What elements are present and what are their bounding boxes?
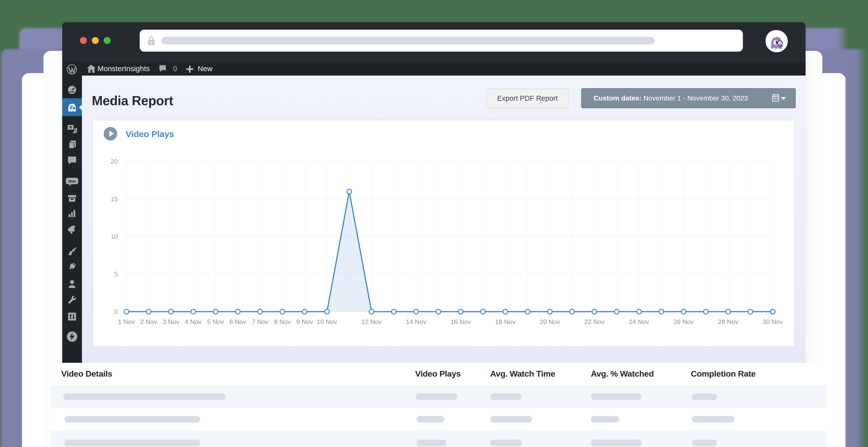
svg-text:4 Nov: 4 Nov: [185, 318, 202, 326]
svg-text:8 Nov: 8 Nov: [274, 318, 291, 326]
svg-text:28 Nov: 28 Nov: [718, 318, 738, 326]
svg-text:3 Nov: 3 Nov: [163, 318, 179, 326]
svg-text:22 Nov: 22 Nov: [584, 318, 604, 326]
svg-text:26 Nov: 26 Nov: [674, 318, 694, 326]
svg-text:20: 20: [111, 158, 118, 165]
svg-text:10: 10: [111, 233, 118, 240]
svg-text:20 Nov: 20 Nov: [540, 318, 560, 326]
svg-text:14 Nov: 14 Nov: [406, 318, 426, 326]
svg-text:12 Nov: 12 Nov: [361, 318, 381, 326]
svg-text:2 Nov: 2 Nov: [140, 318, 157, 326]
svg-text:30 Nov: 30 Nov: [763, 318, 783, 326]
svg-text:6 Nov: 6 Nov: [229, 318, 246, 326]
svg-text:1 Nov: 1 Nov: [118, 318, 135, 326]
svg-text:Woo: Woo: [68, 179, 76, 183]
svg-text:0: 0: [114, 308, 118, 316]
svg-text:7 Nov: 7 Nov: [252, 318, 269, 326]
svg-text:16 Nov: 16 Nov: [451, 318, 471, 326]
svg-text:5: 5: [114, 270, 118, 278]
svg-text:5 Nov: 5 Nov: [207, 318, 224, 326]
svg-text:9 Nov: 9 Nov: [297, 318, 313, 326]
svg-text:10 Nov: 10 Nov: [317, 318, 337, 326]
svg-text:24 Nov: 24 Nov: [629, 318, 649, 326]
svg-text:18 Nov: 18 Nov: [495, 318, 515, 326]
svg-text:15: 15: [111, 195, 118, 203]
